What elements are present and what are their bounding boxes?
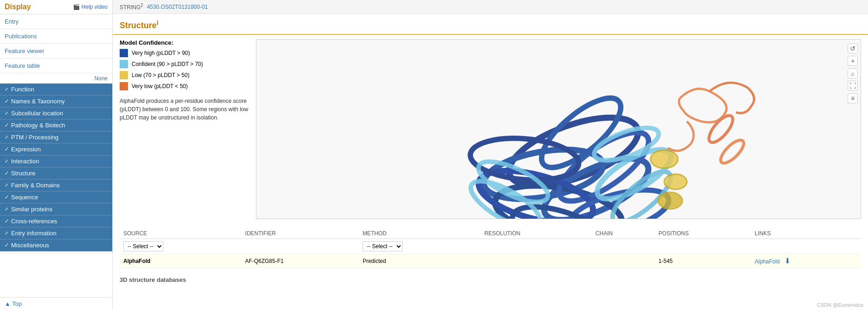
top-bar: STRING2 4530.OS02T0131800-01 xyxy=(113,0,868,14)
settings-button[interactable]: ≡ xyxy=(848,93,858,103)
sidebar-section-sequence[interactable]: ✓ Sequence xyxy=(0,191,112,203)
legend-item-low: Low (70 > pLDDT > 50) xyxy=(120,71,249,79)
legend-label-very-high: Very high (pLDDT > 90) xyxy=(132,50,190,56)
legend-color-very-low xyxy=(120,82,128,90)
sub-section-title: 3D structure databases xyxy=(113,273,868,285)
structure-container: Model Confidence: Very high (pLDDT > 90)… xyxy=(113,35,868,224)
legend-area: Model Confidence: Very high (pLDDT > 90)… xyxy=(120,39,249,122)
sidebar-section-function[interactable]: ✓ Function xyxy=(0,83,112,95)
legend-item-very-high: Very high (pLDDT > 90) xyxy=(120,49,249,57)
table-row: AlphaFold AF-Q6ZG85-F1 Predicted 1-545 A… xyxy=(120,254,861,268)
check-family: ✓ xyxy=(5,182,9,188)
col-resolution: RESOLUTION xyxy=(480,228,592,239)
display-title: Display xyxy=(5,3,31,11)
structure-superscript: i xyxy=(157,18,158,26)
refresh-button[interactable]: ↺ xyxy=(848,43,858,54)
legend-item-confident: Confident (90 > pLDDT > 70) xyxy=(120,60,249,68)
resolution-filter-cell xyxy=(480,239,592,254)
check-similar: ✓ xyxy=(5,206,9,212)
check-names: ✓ xyxy=(5,98,9,104)
sidebar-section-subcellular[interactable]: ✓ Subcellular location xyxy=(0,107,112,119)
check-expression: ✓ xyxy=(5,146,9,152)
help-video-link[interactable]: 🎬 Help video xyxy=(73,4,108,10)
source-filter-cell: -- Select -- AlphaFold PDB xyxy=(120,239,242,254)
structure-viewer[interactable]: ↺ + ⌕ ⛶ ≡ xyxy=(256,39,861,219)
check-misc: ✓ xyxy=(5,242,9,248)
legend-label-very-low: Very low (pLDDT < 50) xyxy=(132,83,188,89)
expand-button[interactable]: ⛶ xyxy=(848,81,858,91)
sidebar: Display 🎬 Help video Entry Publications … xyxy=(0,0,113,310)
expression-label: Expression xyxy=(11,146,41,153)
pathology-label: Pathology & Biotech xyxy=(11,122,65,129)
positions-filter-cell xyxy=(655,239,751,254)
check-function: ✓ xyxy=(5,86,9,92)
sidebar-section-pathology[interactable]: ✓ Pathology & Biotech xyxy=(0,119,112,131)
similar-label: Similar proteins xyxy=(11,206,53,213)
interaction-label: Interaction xyxy=(11,158,39,165)
sidebar-section-expression[interactable]: ✓ Expression xyxy=(0,143,112,155)
structure-label: Structure xyxy=(11,170,36,177)
viewer-controls: ↺ + ⌕ ⛶ ≡ xyxy=(848,43,858,103)
video-icon: 🎬 xyxy=(73,4,80,10)
col-positions: POSITIONS xyxy=(655,228,751,239)
alphafold-description: AlphaFold produces a per-residue confide… xyxy=(120,97,249,122)
resolution-cell xyxy=(480,254,592,268)
sidebar-section-entry-info[interactable]: ✓ Entry information xyxy=(0,227,112,239)
protein-svg xyxy=(256,39,861,219)
sidebar-section-cross-refs[interactable]: ✓ Cross-references xyxy=(0,215,112,227)
string-value-link[interactable]: 4530.OS02T0131800-01 xyxy=(147,4,208,10)
sidebar-section-structure[interactable]: ✓ Structure xyxy=(0,167,112,179)
sidebar-item-feature-table[interactable]: Feature table xyxy=(0,59,112,73)
family-label: Family & Domains xyxy=(11,182,60,189)
legend-column: Model Confidence: Very high (pLDDT > 90)… xyxy=(120,39,249,126)
function-label: Function xyxy=(11,86,34,93)
sidebar-section-interaction[interactable]: ✓ Interaction xyxy=(0,155,112,167)
zoom-in-button[interactable]: + xyxy=(848,56,858,66)
col-method: METHOD xyxy=(359,228,481,239)
source-select[interactable]: -- Select -- AlphaFold PDB xyxy=(123,241,164,251)
legend-color-low xyxy=(120,71,128,79)
structure-section-title: Structurei xyxy=(113,14,868,35)
none-link[interactable]: None xyxy=(0,73,112,83)
chain-cell xyxy=(592,254,655,268)
method-select[interactable]: -- Select -- Predicted X-ray xyxy=(363,241,403,251)
misc-label: Miscellaneous xyxy=(11,242,49,249)
svg-point-18 xyxy=(658,192,682,209)
download-icon[interactable]: ⬇ xyxy=(784,257,790,265)
positions-cell: 1-545 xyxy=(655,254,751,268)
main-content: STRING2 4530.OS02T0131800-01 Structurei … xyxy=(113,0,868,310)
sidebar-section-misc[interactable]: ✓ Miscellaneous xyxy=(0,239,112,251)
help-video-label: Help video xyxy=(81,4,108,10)
col-identifier: IDENTIFIER xyxy=(242,228,359,239)
legend-color-confident xyxy=(120,60,128,68)
table-header-row: SOURCE IDENTIFIER METHOD RESOLUTION CHAI… xyxy=(120,228,861,239)
top-link[interactable]: ▲ Top xyxy=(0,297,112,310)
identifier-filter-cell xyxy=(242,239,359,254)
sidebar-item-publications[interactable]: Publications xyxy=(0,29,112,44)
legend-color-very-high xyxy=(120,49,128,57)
svg-point-17 xyxy=(664,174,687,190)
entry-info-label: Entry information xyxy=(11,230,56,237)
links-cell: AlphaFold ⬇ xyxy=(751,254,861,268)
sidebar-header: Display 🎬 Help video xyxy=(0,0,112,14)
ptm-label: PTM / Processing xyxy=(11,134,59,141)
model-confidence-title: Model Confidence: xyxy=(120,39,249,46)
legend-label-confident: Confident (90 > pLDDT > 70) xyxy=(132,61,203,67)
sidebar-item-feature-viewer[interactable]: Feature viewer xyxy=(0,44,112,59)
alphafold-link[interactable]: AlphaFold xyxy=(755,258,780,265)
method-cell: Predicted xyxy=(359,254,481,268)
names-taxonomy-label: Names & Taxonomy xyxy=(11,98,65,105)
sidebar-section-family[interactable]: ✓ Family & Domains xyxy=(0,179,112,191)
chain-filter-cell xyxy=(592,239,655,254)
sidebar-section-ptm[interactable]: ✓ PTM / Processing xyxy=(0,131,112,143)
viewer-and-legend: Model Confidence: Very high (pLDDT > 90)… xyxy=(120,39,861,219)
sidebar-section-similar[interactable]: ✓ Similar proteins xyxy=(0,203,112,215)
credit-text: CSDN @Eumenidus xyxy=(817,302,863,308)
sidebar-section-names-taxonomy[interactable]: ✓ Names & Taxonomy xyxy=(0,95,112,107)
links-filter-cell xyxy=(751,239,861,254)
sidebar-item-entry[interactable]: Entry xyxy=(0,14,112,29)
identifier-cell: AF-Q6ZG85-F1 xyxy=(242,254,359,268)
structure-table: SOURCE IDENTIFIER METHOD RESOLUTION CHAI… xyxy=(120,228,861,268)
search-button[interactable]: ⌕ xyxy=(848,68,858,78)
legend-label-low: Low (70 > pLDDT > 50) xyxy=(132,72,189,78)
